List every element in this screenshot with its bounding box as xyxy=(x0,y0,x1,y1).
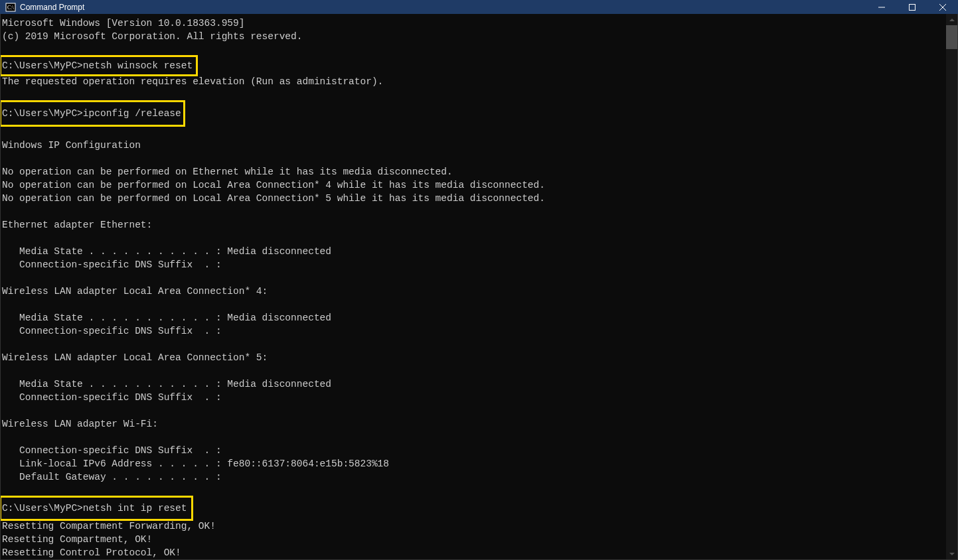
scrollbar-thumb[interactable] xyxy=(946,25,957,49)
titlebar[interactable]: C:\ Command Prompt xyxy=(0,0,958,14)
command-text: netsh winsock reset xyxy=(83,60,193,71)
scroll-up-button[interactable] xyxy=(946,14,957,25)
line: Wireless LAN adapter Local Area Connecti… xyxy=(2,352,268,363)
scroll-down-button[interactable] xyxy=(946,548,957,559)
line: Connection-specific DNS Suffix . : xyxy=(2,392,222,403)
highlight-cmd-ipconfig-release: C:\Users\MyPC>ipconfig /release xyxy=(1,102,184,125)
line: Connection-specific DNS Suffix . : xyxy=(2,445,222,456)
line: Media State . . . . . . . . . . . : Medi… xyxy=(2,379,331,389)
highlight-cmd-netsh-int-ip: C:\Users\MyPC>netsh int ip reset xyxy=(1,497,192,520)
line: No operation can be performed on Local A… xyxy=(2,193,545,204)
line: Connection-specific DNS Suffix . : xyxy=(2,259,222,270)
line: Windows IP Configuration xyxy=(2,140,141,151)
line: (c) 2019 Microsoft Corporation. All righ… xyxy=(2,31,302,42)
line: The requested operation requires elevati… xyxy=(2,76,383,87)
prompt: C:\Users\MyPC> xyxy=(2,503,83,514)
line: Media State . . . . . . . . . . . : Medi… xyxy=(2,246,331,257)
line: Resetting Compartment, OK! xyxy=(2,534,152,545)
line: Wireless LAN adapter Local Area Connecti… xyxy=(2,286,268,297)
line: Microsoft Windows [Version 10.0.18363.95… xyxy=(2,18,244,29)
line: Resetting Control Protocol, OK! xyxy=(2,547,181,558)
line: Wireless LAN adapter Wi-Fi: xyxy=(2,419,158,429)
command-text: netsh int ip reset xyxy=(83,503,187,514)
vertical-scrollbar[interactable] xyxy=(946,14,957,559)
line: No operation can be performed on Local A… xyxy=(2,180,545,190)
svg-rect-3 xyxy=(910,4,916,10)
line: Default Gateway . . . . . . . . . : xyxy=(2,472,222,482)
line: No operation can be performed on Etherne… xyxy=(2,167,453,177)
window-title: Command Prompt xyxy=(20,3,84,12)
command-text: ipconfig /release xyxy=(83,108,181,119)
titlebar-controls xyxy=(866,0,958,14)
highlight-cmd-netsh-winsock: C:\Users\MyPC>netsh winsock reset xyxy=(1,56,197,75)
command-prompt-window: C:\ Command Prompt Microsoft Windows [Ve… xyxy=(0,0,958,560)
line: Media State . . . . . . . . . . . : Medi… xyxy=(2,313,331,323)
line: Resetting Compartment Forwarding, OK! xyxy=(2,521,216,531)
scrollbar-track[interactable] xyxy=(946,25,957,548)
cmd-icon: C:\ xyxy=(5,2,16,13)
svg-text:C:\: C:\ xyxy=(7,5,15,11)
close-button[interactable] xyxy=(927,0,958,14)
chevron-up-icon xyxy=(949,19,955,21)
prompt: C:\Users\MyPC> xyxy=(2,60,83,71)
minimize-button[interactable] xyxy=(866,0,897,14)
line: Link-local IPv6 Address . . . . . : fe80… xyxy=(2,458,389,469)
line: Ethernet adapter Ethernet: xyxy=(2,220,152,230)
content-area: Microsoft Windows [Version 10.0.18363.95… xyxy=(0,14,958,560)
line: Connection-specific DNS Suffix . : xyxy=(2,326,222,336)
chevron-down-icon xyxy=(949,553,955,555)
terminal-output[interactable]: Microsoft Windows [Version 10.0.18363.95… xyxy=(1,14,946,559)
maximize-button[interactable] xyxy=(897,0,927,14)
titlebar-left: C:\ Command Prompt xyxy=(0,2,84,13)
prompt: C:\Users\MyPC> xyxy=(2,108,83,119)
